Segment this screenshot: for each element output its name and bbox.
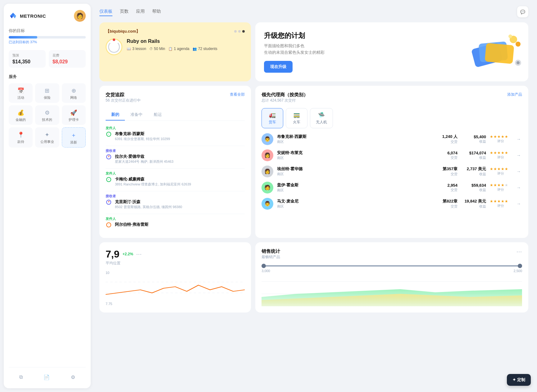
range-handle-right[interactable] [518,264,522,268]
svg-point-4 [516,42,521,47]
rating-area-4: ★ ★ ★ ★ ★ 评分 [490,183,512,192]
tech-label: 技术的 [42,117,52,122]
service-activity[interactable]: 📅 活动 [9,83,33,103]
agent-stat-3: 第357章 交货 [433,166,457,176]
agent-tab-train[interactable]: 🚃 火车 [286,108,307,128]
service-public[interactable]: ✦ 公用事业 [35,127,59,148]
entry-icon-4: 📍 [106,199,112,205]
agent-region-5: 南区 [277,204,429,209]
agent-arrow-4[interactable]: → [515,184,522,191]
nav-apps[interactable]: 应用 [136,7,145,16]
rating-area-2: ★ ★ ★ ★ ★ 评分 [490,151,512,160]
star-3-3: ★ [497,167,501,171]
agent-title: 领先代理商（按类别） [262,92,308,98]
agent-list: 👨 布鲁克林·西蒙斯 南区 1,240 人 交货 $5,400 收益 [262,133,522,210]
nav-help[interactable]: 帮助 [152,7,161,16]
view-all-button[interactable]: 查看全部 [230,92,245,97]
agent-stat-5: 第822章 交货 [433,198,457,209]
entry-row-1: ✓ 布鲁克林·西蒙斯 6391 埃尔全堡塞斯, 特拉华州 10299 [106,131,245,141]
range-slider[interactable] [262,265,522,267]
star-4-1: ★ [490,183,493,187]
sales-title-area: 销售统计 最畅销产品 [262,248,280,264]
rating-area-5: ★ ★ ★ ★ ★ 评分 [490,199,512,208]
main-content: 仪表板 页数 应用 帮助 💬 【biqubiqu.com】 [94,0,537,392]
agent-rev-value-2: $174,074 [461,151,486,155]
star-5-5: ★ [505,199,508,203]
entry-details-4: 克里斯汀·沃森 8502 普雷斯顿路, 英格尔伍德, 缅因州 98380 [115,199,182,209]
train-icon: 🚃 [293,112,300,118]
agent-name-2: 安妮特·布莱克 [277,150,429,156]
nav-dashboard[interactable]: 仪表板 [99,7,112,16]
service-add-new[interactable]: ＋ 添新 [62,127,86,148]
logo-icon [9,11,17,20]
rating-label-4: 评分 [490,187,512,192]
goal-section: 你的目标 已达到目标的 37% [9,28,86,44]
star-1-5: ★ [505,134,508,139]
upgrade-button[interactable]: 现在升级 [264,61,293,73]
delivery-header: 交货追踪 56 次交付正在进行中 查看全部 [106,92,245,107]
star-2-2: ★ [494,151,497,155]
stats-menu[interactable]: ··· [136,251,142,258]
agent-rev-label-5: 收益 [461,204,486,209]
sender-name-3: 阿尔伯特·弗洛雷斯 [115,222,148,227]
sales-menu[interactable]: ··· [517,248,522,255]
star-5-1: ★ [490,199,493,203]
delivery-tab-shipping[interactable]: 船运 [148,109,167,121]
service-tech[interactable]: ⚙ 技术的 [35,105,59,125]
rating-label-2: 评分 [490,155,512,160]
expense-label: 花费 [52,53,82,58]
agent-arrow-2[interactable]: → [515,152,522,159]
agent-tab-truck[interactable]: 🚛 货车 [262,108,283,128]
star-1-3: ★ [497,134,501,139]
brand-name: METRONIC [20,13,46,19]
agent-row-2: 👩 安妮特·布莱克 南区 6,074 交货 $174,074 收益 [262,149,522,161]
agent-name-area-3: 埃丝特·霍华德 南区 [277,166,429,176]
nav-pages[interactable]: 页数 [120,7,129,16]
file-icon[interactable]: 📄 [42,372,52,382]
y-label-3000: 3,000 [262,269,270,273]
agent-rev-value-1: $5,400 [461,134,486,139]
course-dots [234,30,245,33]
agent-count-5: 第822章 [433,198,457,204]
entry-divider-1 [106,146,245,146]
chat-button[interactable]: 💬 [517,6,528,17]
delivery-tab-new[interactable]: 新的 [106,109,125,121]
agent-revenue-1: $5,400 收益 [461,134,486,144]
upgrade-title: 升级您的计划 [264,31,325,40]
service-network[interactable]: ⊕ 网络 [62,83,86,103]
y-label-2500: 2,500 [513,269,522,273]
user-avatar[interactable]: 🧑 [74,10,86,22]
agent-arrow-3[interactable]: → [515,168,522,175]
progress-bar [9,36,86,39]
budget-card: 预算 $14,350 [9,50,46,68]
layers-icon[interactable]: ⧉ [17,372,25,382]
service-care[interactable]: 🚀 护理卡 [62,105,86,125]
sales-header: 销售统计 最畅销产品 ··· [262,248,522,264]
star-5-2: ★ [494,199,497,203]
service-hospitality[interactable]: 📍 款待 [9,127,33,148]
add-icon: ＋ [71,131,76,139]
add-product-button[interactable]: 添加产品 [507,92,522,97]
agent-arrow-1[interactable]: → [515,135,522,143]
agent-stat-4: 2,954 交货 [433,183,457,192]
service-insurance[interactable]: ⊞ 保险 [35,83,59,103]
rating-label-5: 评分 [490,203,512,208]
entry-divider-2 [106,168,245,169]
range-handle-left[interactable] [262,264,266,268]
customize-button[interactable]: ✦ 定制 [507,374,531,386]
agent-tab-drone[interactable]: 🛸 无人机 [310,108,333,128]
agent-count-label-1: 交货 [433,139,457,144]
course-content: Ruby on Rails 📖 3 lesson ⏱ 50 Min 📋 1 [106,39,245,55]
entry-row-5: ○ 阿尔伯特·弗洛雷斯 [106,222,245,227]
star-rating-3: ★ ★ ★ ★ ★ [490,167,512,171]
meta-lessons: 📖 3 lesson [127,47,146,51]
upgrade-text: 升级您的计划 平面描绘图和我们多色 生动的未混合紫色头发女士的精彩 现在升级 [264,31,325,73]
students-icon: 👥 [193,47,197,51]
agent-arrow-5[interactable]: → [515,200,522,207]
agent-region-1: 南区 [277,139,429,144]
entry-details-5: 阿尔伯特·弗洛雷斯 [115,222,148,227]
delivery-tab-preparing[interactable]: 准备中 [125,109,148,121]
service-finance[interactable]: 💰 金融的 [9,105,33,125]
agent-rev-value-4: $59,634 [461,183,486,188]
settings-icon[interactable]: ⚙ [69,372,77,382]
